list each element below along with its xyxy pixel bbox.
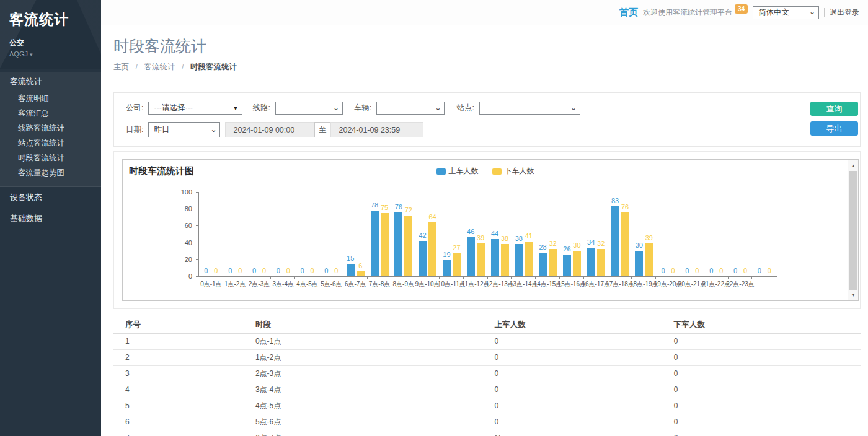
table-cell: 0点-1点 [255,333,495,349]
breadcrumb-home[interactable]: 主页 [113,63,129,71]
sidebar-item-passenger-flow[interactable]: 客流统计 [0,72,101,91]
table-panel: 序号 时段 上车人数 下车人数 10点-1点0021点-2点0032点-3点00… [113,316,861,436]
triangle-down-icon: ▼ [233,105,239,111]
sidebar-item-device-status[interactable]: 设备状态 [0,187,101,208]
breadcrumb-current: 时段客流统计 [190,63,237,71]
bar-value-label: 41 [521,232,537,240]
bar-boarding-15 [563,255,571,276]
x-axis-tick [704,277,704,279]
table-cell: 0 [674,381,861,398]
x-axis-tick [680,277,680,279]
x-axis-tick [391,277,391,279]
x-axis-tick [583,277,584,279]
table-row: 43点-4点00 [113,381,861,398]
date-preset-select[interactable]: 昨日 ⌄ [148,122,220,137]
table-cell: 1 [113,333,255,349]
x-axis-tick [319,277,319,279]
table-cell: 15 [495,430,674,436]
legend-item-0[interactable]: 上车人数 [436,166,479,177]
chart-x-axis [198,276,777,277]
to-label: 至 [314,122,330,137]
x-axis-tick [367,277,368,279]
x-axis-tick [776,277,776,279]
x-axis-tick [487,277,488,279]
breadcrumb-passenger-flow[interactable]: 客流统计 [144,63,175,71]
period-stats-table: 序号 时段 上车人数 下车人数 10点-1点0021点-2点0032点-3点00… [113,316,861,436]
scroll-up-icon[interactable]: ▴ [848,160,858,170]
bar-alighting-15 [573,251,581,276]
bar-value-label: 32 [593,240,609,247]
notification-badge[interactable]: 34 [735,4,748,14]
table-cell: 3 [113,365,255,381]
bar-alighting-13 [525,242,533,276]
sidebar-subitem-0[interactable]: 客流明细 [0,91,101,106]
company-select-value: ---请选择--- [154,103,192,113]
table-header-row: 序号 时段 上车人数 下车人数 [113,316,861,333]
sidebar-item-base-data[interactable]: 基础数据 [0,208,101,229]
sidebar-subitem-4[interactable]: 时段客流统计 [0,150,101,165]
bar-boarding-16 [587,248,595,276]
station-label: 站点: [456,103,474,113]
bar-boarding-7 [371,211,379,276]
y-axis-tick [196,276,198,277]
company-select[interactable]: ---请选择--- ▼ [148,102,242,115]
line-label: 线路: [252,103,270,113]
y-axis-tick-label: 40 [174,239,192,246]
vehicle-select[interactable]: ⌄ [376,102,445,115]
sidebar-menu: 客流统计 客流明细客流汇总线路客流统计站点客流统计时段客流统计客流量趋势图 设备… [0,72,101,229]
export-button[interactable]: 导出 [810,121,858,136]
y-axis-tick-label: 80 [174,205,192,212]
chevron-down-icon: ⌄ [333,103,339,112]
bar-value-label: 27 [448,244,464,251]
nav-divider [824,8,825,17]
vehicle-label: 车辆: [354,103,371,113]
y-axis-tick-label: 0 [174,272,192,280]
scrollbar-thumb[interactable] [849,171,857,290]
date-label: 日期: [126,124,143,135]
x-axis-category-label: 22点-23点 [719,280,762,289]
line-select[interactable]: ⌄ [275,102,343,115]
bar-value-label: 6 [352,262,368,269]
sidebar-subitem-1[interactable]: 客流汇总 [0,106,101,121]
top-nav: 首页 欢迎使用客流统计管理平台 34 简体中文 ⌄ 退出登录 [101,0,868,25]
breadcrumb: 主页 / 客流统计 / 时段客流统计 [113,62,856,72]
x-axis-tick [608,277,608,279]
table-header-index: 序号 [113,316,255,333]
date-to-input[interactable]: 2024-01-09 23:59 [330,122,423,137]
bar-boarding-18 [635,251,643,276]
logout-link[interactable]: 退出登录 [830,7,859,18]
bar-alighting-16 [597,249,605,276]
table-cell: 0 [495,398,674,414]
table-cell: 2点-3点 [255,365,495,381]
user-menu[interactable]: AQGJ▾ [9,50,101,58]
chart-scrollbar[interactable]: ▴ ▾ [848,160,858,300]
bar-value-label: 72 [401,206,417,214]
sidebar-subitem-3[interactable]: 站点客流统计 [0,136,101,150]
org-name: 公交 [9,38,101,48]
date-from-input[interactable]: 2024-01-09 00:00 [225,122,314,137]
home-link[interactable]: 首页 [619,7,638,19]
table-row: 65点-6点00 [113,414,861,430]
chevron-down-icon: ⌄ [809,7,815,16]
y-axis-tick [196,209,198,209]
bar-boarding-8 [394,212,402,276]
table-cell: 0 [495,365,674,381]
table-cell: 0 [674,414,861,430]
scroll-down-icon[interactable]: ▾ [848,290,858,300]
station-select[interactable]: ⌄ [479,102,580,115]
sidebar-subitem-5[interactable]: 客流量趋势图 [0,165,101,180]
bar-boarding-9 [418,241,427,276]
bar-value-label: 0 [328,267,344,274]
x-axis-tick [559,277,560,279]
breadcrumb-separator: / [182,63,184,71]
sidebar-subitem-2[interactable]: 线路客流统计 [0,121,101,136]
legend-item-1[interactable]: 下车人数 [492,166,534,177]
query-button[interactable]: 查询 [810,102,858,116]
language-select[interactable]: 简体中文 ⌄ [753,6,819,19]
table-cell: 0 [495,414,674,430]
bar-value-label: 76 [617,203,633,211]
x-axis-tick [270,277,271,279]
page-title: 时段客流统计 [113,36,856,56]
menu-children: 客流明细客流汇总线路客流统计站点客流统计时段客流统计客流量趋势图 [0,91,101,180]
content: 公司: ---请选择--- ▼ 线路: ⌄ 车辆: ⌄ 站点: ⌄ [101,76,868,436]
